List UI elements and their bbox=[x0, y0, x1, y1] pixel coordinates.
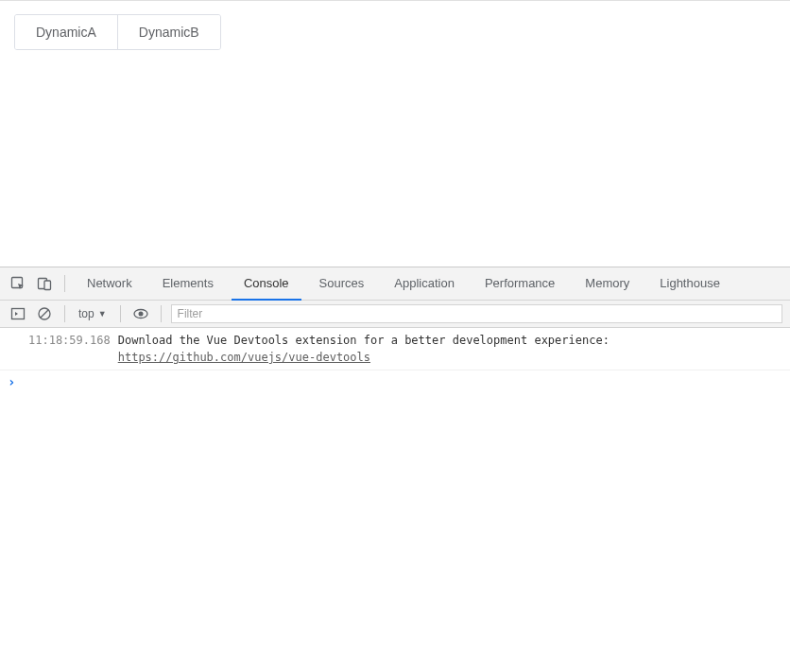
page-content: DynamicA DynamicB bbox=[0, 0, 790, 267]
log-link[interactable]: https://github.com/vuejs/vue-devtools bbox=[118, 351, 370, 364]
svg-point-7 bbox=[138, 312, 143, 317]
separator bbox=[120, 305, 121, 322]
separator bbox=[64, 275, 65, 292]
live-expression-icon[interactable] bbox=[130, 303, 151, 324]
console-sidebar-toggle-icon[interactable] bbox=[8, 303, 28, 324]
tab-application[interactable]: Application bbox=[382, 267, 467, 301]
console-log-entry: 11:18:59.168 Download the Vue Devtools e… bbox=[0, 328, 790, 370]
tab-elements[interactable]: Elements bbox=[150, 267, 226, 301]
clear-console-icon[interactable] bbox=[34, 303, 55, 324]
devtools-panel: Network Elements Console Sources Applica… bbox=[0, 267, 790, 393]
console-prompt[interactable]: › bbox=[0, 370, 790, 393]
inspect-icon[interactable] bbox=[8, 273, 28, 294]
tab-console[interactable]: Console bbox=[232, 267, 301, 301]
console-toolbar: top ▼ bbox=[0, 301, 790, 328]
devtools-tabbar: Network Elements Console Sources Applica… bbox=[0, 267, 790, 301]
tab-memory[interactable]: Memory bbox=[573, 267, 642, 301]
tab-performance[interactable]: Performance bbox=[472, 267, 567, 301]
context-label: top bbox=[78, 307, 94, 320]
chevron-down-icon: ▼ bbox=[98, 309, 107, 319]
tab-sources[interactable]: Sources bbox=[307, 267, 377, 301]
separator bbox=[64, 305, 65, 322]
console-output: 11:18:59.168 Download the Vue Devtools e… bbox=[0, 328, 790, 393]
log-timestamp: 11:18:59.168 bbox=[6, 332, 111, 366]
execution-context-selector[interactable]: top ▼ bbox=[75, 307, 111, 320]
log-text: Download the Vue Devtools extension for … bbox=[118, 334, 616, 347]
dynamic-tabs: DynamicA DynamicB bbox=[14, 14, 221, 50]
dynamic-tab-a[interactable]: DynamicA bbox=[15, 15, 118, 49]
separator bbox=[161, 305, 162, 322]
log-message: Download the Vue Devtools extension for … bbox=[118, 332, 616, 366]
dynamic-tab-b[interactable]: DynamicB bbox=[118, 15, 220, 49]
tab-lighthouse[interactable]: Lighthouse bbox=[647, 267, 732, 301]
device-toggle-icon[interactable] bbox=[34, 273, 55, 294]
svg-line-5 bbox=[41, 310, 48, 318]
tab-network[interactable]: Network bbox=[75, 267, 145, 301]
console-filter-input[interactable] bbox=[171, 304, 782, 323]
svg-rect-2 bbox=[44, 281, 51, 290]
